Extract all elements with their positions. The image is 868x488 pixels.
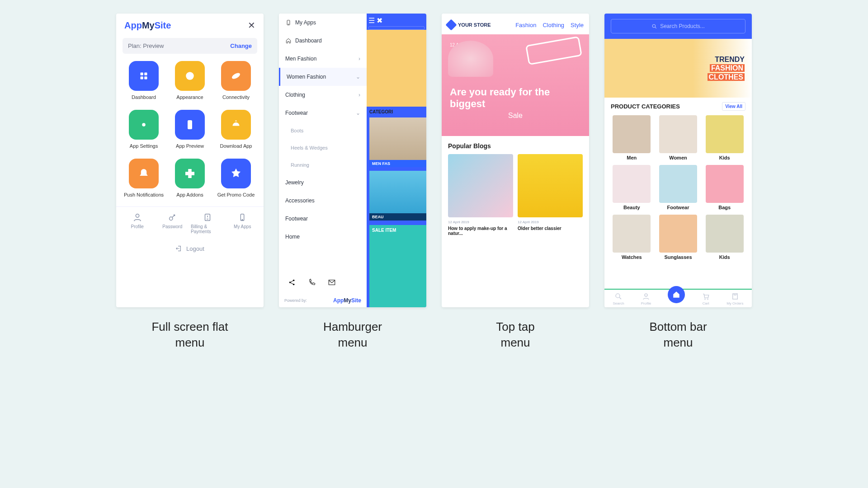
brand-logo: AppMySite — [124, 20, 171, 31]
tile-icon — [229, 118, 243, 131]
drawer-item[interactable]: Footwear⌄ — [279, 104, 367, 122]
svg-rect-30 — [733, 294, 738, 299]
bottom-nav: Search Profile Cart My Orders — [604, 289, 752, 307]
tile-connectivity[interactable]: Connectivity — [215, 61, 257, 100]
category-sunglasses[interactable]: Sunglasses — [657, 215, 699, 260]
svg-point-10 — [237, 74, 239, 76]
drawer-item[interactable]: Jewelry — [279, 174, 367, 192]
tab-clothing[interactable]: Clothing — [542, 22, 564, 28]
svg-point-20 — [288, 24, 288, 24]
svg-point-18 — [242, 220, 243, 221]
category-bags[interactable]: Bags — [703, 165, 745, 210]
tile-app-addons[interactable]: App Addons — [169, 159, 211, 197]
tab-fashion[interactable]: Fashion — [515, 22, 536, 28]
svg-point-22 — [293, 280, 294, 281]
screen-bottom-bar: Search Products... TRENDYFASHIONCLOTHES … — [604, 14, 752, 307]
tile-download-app[interactable]: Download App — [215, 110, 257, 149]
tile-get-promo-code[interactable]: Get Promo Code — [215, 159, 257, 197]
category-beauty[interactable]: Beauty — [611, 165, 653, 210]
svg-point-26 — [616, 294, 620, 298]
drawer-item[interactable]: Dashboard — [279, 32, 367, 50]
tile-icon — [183, 69, 197, 83]
svg-rect-1 — [144, 73, 147, 75]
bottom-profile[interactable]: Profile — [121, 212, 154, 234]
hero-banner[interactable]: 12 April 2019 Are you ready for the bigg… — [442, 34, 589, 136]
svg-point-4 — [186, 72, 194, 80]
drawer-item[interactable]: Running — [279, 156, 367, 174]
nav-cart[interactable]: Cart — [702, 292, 710, 305]
drawer-item[interactable]: Clothing› — [279, 86, 367, 104]
svg-point-6 — [191, 75, 192, 76]
tile-app-preview[interactable]: App Preview — [169, 110, 211, 149]
svg-point-8 — [231, 72, 241, 80]
nav-home-fab[interactable] — [668, 286, 685, 303]
category-women[interactable]: Women — [657, 115, 699, 160]
hero-headline: Are you ready for the biggest — [450, 86, 581, 110]
drawer-item[interactable]: Footwear — [279, 210, 367, 228]
section-title: Popular Blogs — [442, 136, 589, 154]
caption: Bottom bar menu — [649, 319, 707, 351]
tile-icon — [229, 167, 243, 180]
category-footwear[interactable]: Footwear — [657, 165, 699, 210]
tile-appearance[interactable]: Appearance — [169, 61, 211, 100]
nav-search[interactable]: Search — [613, 292, 624, 305]
content-behind: ☰ ✖ CATEGORI MEN FAS BEAU SALE ITEM Dior… — [367, 14, 426, 307]
bottom-my-apps[interactable]: My Apps — [226, 212, 259, 234]
svg-rect-13 — [188, 122, 192, 127]
svg-rect-2 — [141, 76, 143, 79]
blog-card[interactable]: 12 April 2019Older better classier — [518, 154, 583, 236]
nav-profile[interactable]: Profile — [641, 292, 651, 305]
svg-point-9 — [233, 76, 235, 78]
search-icon — [651, 23, 657, 29]
caption: Hamburger menu — [323, 319, 382, 351]
section-title: PRODUCT CATEGORIES — [611, 103, 680, 110]
svg-point-25 — [652, 24, 656, 28]
plan-change-link[interactable]: Change — [230, 42, 252, 49]
tile-icon — [137, 69, 151, 83]
tile-app-settings[interactable]: App Settings — [123, 110, 165, 149]
svg-point-29 — [708, 299, 708, 300]
drawer-item[interactable]: Boots — [279, 122, 367, 139]
tile-push-notifications[interactable]: Push Notifications — [123, 159, 165, 197]
tab-style[interactable]: Style — [571, 22, 584, 28]
logout-button[interactable]: Logout — [116, 239, 264, 258]
svg-point-7 — [189, 77, 191, 78]
svg-rect-3 — [144, 76, 147, 79]
mail-icon[interactable] — [328, 278, 336, 286]
drawer-item[interactable]: Men Fashion› — [279, 50, 367, 68]
share-icon[interactable] — [288, 278, 296, 286]
tile-icon — [183, 167, 197, 180]
promo-banner[interactable]: TRENDYFASHIONCLOTHES — [604, 39, 752, 98]
svg-point-5 — [188, 74, 189, 75]
screen-hamburger: My AppsDashboardMen Fashion›Women Fashio… — [279, 14, 426, 307]
drawer-item[interactable]: Heels & Wedges — [279, 139, 367, 156]
view-all-link[interactable]: View All — [722, 102, 745, 111]
search-input[interactable]: Search Products... — [611, 19, 745, 33]
drawer-item[interactable]: Accessories — [279, 192, 367, 210]
tile-icon — [137, 118, 151, 131]
svg-point-15 — [170, 217, 173, 220]
bottom-password[interactable]: Password — [156, 212, 189, 234]
svg-point-14 — [136, 214, 139, 217]
category-watches[interactable]: Watches — [611, 215, 653, 260]
logout-icon — [175, 245, 183, 252]
drawer-item[interactable]: Women Fashion⌄ — [279, 68, 367, 86]
blog-card[interactable]: 12 April 2019How to apply make-up for a … — [448, 154, 513, 236]
category-kids[interactable]: Kids — [703, 215, 745, 260]
drawer-item[interactable]: Home — [279, 228, 367, 246]
nav-orders[interactable]: My Orders — [726, 292, 743, 305]
tile-icon — [183, 118, 197, 131]
svg-rect-24 — [329, 280, 335, 285]
svg-rect-0 — [141, 73, 143, 75]
caption: Top tap menu — [496, 319, 534, 351]
close-icon[interactable]: ✕ — [248, 20, 255, 31]
tile-dashboard[interactable]: Dashboard — [123, 61, 165, 100]
svg-point-11 — [142, 123, 146, 127]
bottom-billing-payments[interactable]: Billing & Payments — [191, 212, 224, 234]
category-men[interactable]: Men — [611, 115, 653, 160]
category-kids[interactable]: Kids — [703, 115, 745, 160]
phone-icon[interactable] — [308, 278, 316, 286]
plan-label: Plan: Preview — [128, 42, 164, 49]
drawer-item[interactable]: My Apps — [279, 14, 367, 32]
svg-point-23 — [293, 284, 294, 285]
